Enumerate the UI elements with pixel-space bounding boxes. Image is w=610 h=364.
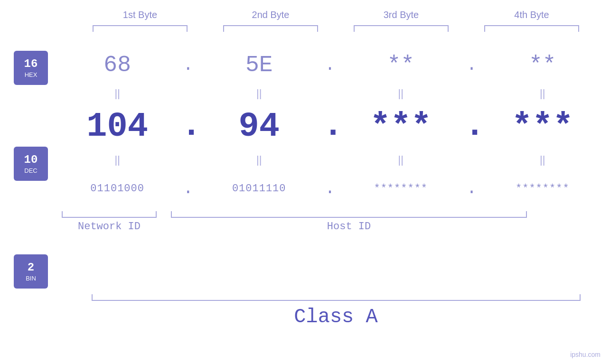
dec-b1: 104 <box>70 107 165 146</box>
hex-badge: 16 HEX <box>14 51 48 85</box>
bin-sep-1: . <box>181 179 195 198</box>
watermark: ipshu.com <box>570 351 601 358</box>
bin-badge: 2 BIN <box>14 254 48 289</box>
bin-b3: ******** <box>353 183 448 195</box>
network-bracket <box>62 211 157 218</box>
bottom-section: Class A <box>92 294 581 328</box>
bin-b2: 01011110 <box>212 183 307 195</box>
col-header-3: 3rd Byte <box>349 9 453 20</box>
eq-5: || <box>70 154 165 166</box>
bottom-brackets <box>62 211 598 218</box>
bracket-3 <box>354 25 449 32</box>
hex-b2: 5E <box>212 52 307 78</box>
dec-sep-2: . <box>323 109 337 145</box>
bin-sep-3: . <box>465 179 479 198</box>
top-brackets <box>75 25 597 32</box>
eq-2: || <box>212 87 307 100</box>
dec-sep-3: . <box>465 109 479 145</box>
bracket-4 <box>484 25 579 32</box>
bin-sep-2: . <box>323 179 337 198</box>
hex-sep-1: . <box>181 56 195 75</box>
eq-row-1: || || || || <box>62 84 598 103</box>
eq-4: || <box>495 87 590 100</box>
col-header-4: 4th Byte <box>479 9 584 20</box>
hex-row: 68 . 5E . ** . ** <box>62 46 598 84</box>
eq-6: || <box>212 154 307 166</box>
bin-row: 01101000 . 01011110 . ******** . *******… <box>62 169 598 207</box>
bin-badge-num: 2 <box>28 261 34 275</box>
hex-sep-2: . <box>323 56 337 75</box>
eq-3: || <box>353 87 448 100</box>
side-badges: 16 HEX 10 DEC 2 BIN <box>0 46 62 289</box>
col-header-1: 1st Byte <box>88 9 192 20</box>
eq-7: || <box>353 154 448 166</box>
hex-b1: 68 <box>70 52 165 78</box>
body-wrapper: 16 HEX 10 DEC 2 BIN 68 . 5E . ** <box>0 46 610 289</box>
bracket-1 <box>93 25 188 32</box>
id-labels-row: Network ID Host ID <box>62 221 598 233</box>
eq-1: || <box>70 87 165 100</box>
hex-b4: ** <box>495 52 590 78</box>
bin-badge-unit: BIN <box>26 275 36 282</box>
hex-badge-num: 16 <box>24 57 38 71</box>
dec-row: 104 . 94 . *** . *** <box>62 103 598 150</box>
host-bracket <box>171 211 527 218</box>
bin-b4: ******** <box>495 183 590 195</box>
dec-badge: 10 DEC <box>14 147 48 181</box>
rows-area: 68 . 5E . ** . ** || || || || 104 <box>62 46 610 289</box>
hex-b3: ** <box>353 52 448 78</box>
col-header-2: 2nd Byte <box>218 9 323 20</box>
dec-badge-num: 10 <box>24 153 38 167</box>
full-bracket <box>92 294 581 301</box>
network-id-label: Network ID <box>62 221 157 233</box>
bin-b1: 01101000 <box>70 183 165 195</box>
dec-b4: *** <box>495 107 590 146</box>
column-headers: 1st Byte 2nd Byte 3rd Byte 4th Byte <box>75 9 597 20</box>
hex-sep-3: . <box>465 56 479 75</box>
main-container: 1st Byte 2nd Byte 3rd Byte 4th Byte 16 H… <box>0 0 610 364</box>
dec-badge-unit: DEC <box>24 167 37 174</box>
dec-b3: *** <box>353 107 448 146</box>
eq-row-2: || || || || <box>62 150 598 169</box>
bracket-2 <box>223 25 318 32</box>
host-id-label: Host ID <box>171 221 527 233</box>
dec-sep-1: . <box>181 109 195 145</box>
dec-b2: 94 <box>212 107 307 146</box>
eq-8: || <box>495 154 590 166</box>
hex-badge-unit: HEX <box>25 71 38 78</box>
class-label: Class A <box>92 306 581 328</box>
